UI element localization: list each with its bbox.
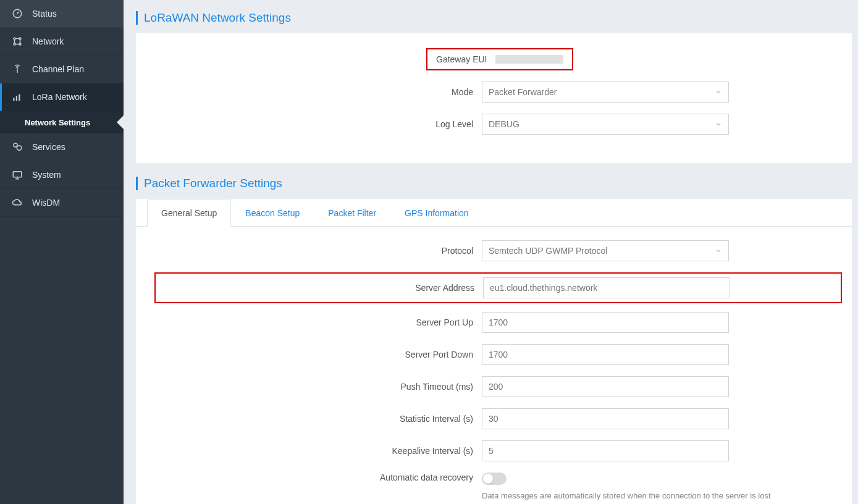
- keepalive-input[interactable]: [482, 440, 729, 461]
- protocol-select[interactable]: Semtech UDP GWMP Protocol: [482, 240, 729, 261]
- log-level-select[interactable]: DEBUG: [482, 114, 729, 135]
- svg-point-9: [17, 146, 22, 151]
- auto-recover-row: Automatic data recovery: [154, 472, 833, 485]
- sidebar-sub-network-settings[interactable]: Network Settings: [0, 111, 124, 133]
- auto-recover-toggle-wrap: [482, 472, 729, 485]
- svg-point-1: [14, 38, 15, 40]
- chevron-down-icon: [715, 120, 722, 128]
- svg-rect-10: [13, 172, 22, 177]
- push-timeout-row: Push Timeout (ms): [154, 376, 833, 397]
- sidebar-item-network[interactable]: Network: [0, 28, 124, 56]
- tab-general-setup[interactable]: General Setup: [147, 199, 231, 227]
- port-up-label: Server Port Up: [154, 317, 482, 327]
- tab-packet-filter[interactable]: Packet Filter: [314, 199, 390, 227]
- log-level-value: DEBUG: [489, 119, 519, 129]
- port-down-label: Server Port Down: [154, 350, 482, 359]
- mode-value: Packet Forwarder: [489, 87, 557, 97]
- bars-icon: [11, 91, 23, 103]
- section-title-pf: Packet Forwarder Settings: [124, 177, 858, 199]
- protocol-label: Protocol: [154, 246, 482, 256]
- mode-select[interactable]: Packet Forwarder: [482, 82, 729, 103]
- pf-panel: General Setup Beacon Setup Packet Filter…: [136, 199, 852, 504]
- protocol-value: Semtech UDP GWMP Protocol: [489, 246, 607, 256]
- stat-interval-input[interactable]: [482, 408, 729, 429]
- sidebar-sub-label: Network Settings: [25, 118, 90, 127]
- keepalive-label: Keepalive Interval (s): [154, 446, 482, 456]
- auto-recover-hint-row: Data messages are automatically stored w…: [154, 489, 833, 500]
- mode-label: Mode: [154, 87, 482, 97]
- auto-recover-label: Automatic data recovery: [154, 472, 482, 482]
- stat-interval-row: Statistic Interval (s): [154, 408, 833, 429]
- protocol-row: Protocol Semtech UDP GWMP Protocol: [154, 240, 833, 261]
- sidebar-item-label: Network: [32, 36, 64, 46]
- sidebar-item-services[interactable]: Services: [0, 133, 124, 161]
- gateway-eui-highlight: Gateway EUI: [426, 48, 573, 70]
- sidebar-item-label: WisDM: [32, 198, 60, 208]
- server-address-field[interactable]: [483, 277, 730, 298]
- gateway-eui-value: [495, 55, 563, 64]
- tab-gps-information[interactable]: GPS Information: [390, 199, 483, 227]
- auto-recover-hint: Data messages are automatically stored w…: [482, 491, 833, 500]
- sidebar-item-label: Services: [32, 142, 65, 152]
- log-level-row: Log Level DEBUG: [154, 114, 833, 135]
- svg-point-3: [14, 43, 15, 45]
- section-title-lorawan: LoRaWAN Network Settings: [124, 11, 858, 33]
- mode-row: Mode Packet Forwarder: [154, 82, 833, 103]
- services-icon: [11, 141, 23, 153]
- sidebar-item-wisdm[interactable]: WisDM: [0, 189, 124, 217]
- sidebar: Status Network Channel Plan LoRa Network…: [0, 0, 124, 504]
- svg-point-2: [19, 38, 21, 40]
- server-address-row: Server Address: [156, 277, 832, 298]
- stat-interval-label: Statistic Interval (s): [154, 414, 482, 424]
- chevron-down-icon: [715, 88, 722, 96]
- sidebar-item-label: LoRa Network: [32, 92, 87, 102]
- chevron-down-icon: [715, 247, 722, 254]
- section-title-text: Packet Forwarder Settings: [144, 177, 282, 190]
- auto-recover-toggle[interactable]: [482, 472, 507, 485]
- sidebar-item-label: Status: [32, 9, 57, 19]
- svg-rect-5: [13, 98, 14, 101]
- sidebar-item-label: System: [32, 170, 61, 180]
- tab-beacon-setup[interactable]: Beacon Setup: [231, 199, 314, 227]
- server-address-label: Server Address: [156, 283, 483, 293]
- system-icon: [11, 169, 23, 181]
- network-icon: [11, 35, 23, 48]
- port-up-input[interactable]: [482, 312, 729, 333]
- cloud-icon: [11, 196, 23, 209]
- title-bar: [136, 177, 138, 190]
- sidebar-item-status[interactable]: Status: [0, 0, 124, 28]
- section-title-text: LoRaWAN Network Settings: [144, 11, 291, 25]
- server-address-highlight: Server Address: [154, 272, 842, 303]
- port-down-input[interactable]: [482, 344, 729, 365]
- sidebar-item-label: Channel Plan: [32, 64, 84, 74]
- port-down-row: Server Port Down: [154, 344, 833, 365]
- keepalive-row: Keepalive Interval (s): [154, 440, 833, 461]
- server-address-input[interactable]: [483, 277, 730, 298]
- sidebar-item-lora-network[interactable]: LoRa Network: [0, 83, 124, 111]
- gateway-eui-label: Gateway EUI: [436, 54, 487, 64]
- svg-rect-7: [19, 94, 20, 101]
- port-up-row: Server Port Up: [154, 312, 833, 333]
- svg-rect-6: [16, 96, 17, 101]
- title-bar: [136, 11, 138, 25]
- gauge-icon: [11, 7, 23, 20]
- lorawan-panel: Gateway EUI Mode Packet Forwarder Log Le…: [136, 33, 852, 163]
- log-level-label: Log Level: [154, 119, 482, 129]
- svg-point-8: [14, 143, 17, 147]
- push-timeout-input[interactable]: [482, 376, 729, 397]
- tabs: General Setup Beacon Setup Packet Filter…: [136, 199, 852, 227]
- sidebar-item-channel-plan[interactable]: Channel Plan: [0, 56, 124, 83]
- sidebar-item-system[interactable]: System: [0, 161, 124, 189]
- svg-point-4: [19, 43, 21, 45]
- push-timeout-label: Push Timeout (ms): [154, 382, 482, 392]
- antenna-icon: [11, 63, 23, 75]
- main-content: LoRaWAN Network Settings Gateway EUI Mod…: [124, 0, 858, 504]
- toggle-knob: [483, 474, 493, 484]
